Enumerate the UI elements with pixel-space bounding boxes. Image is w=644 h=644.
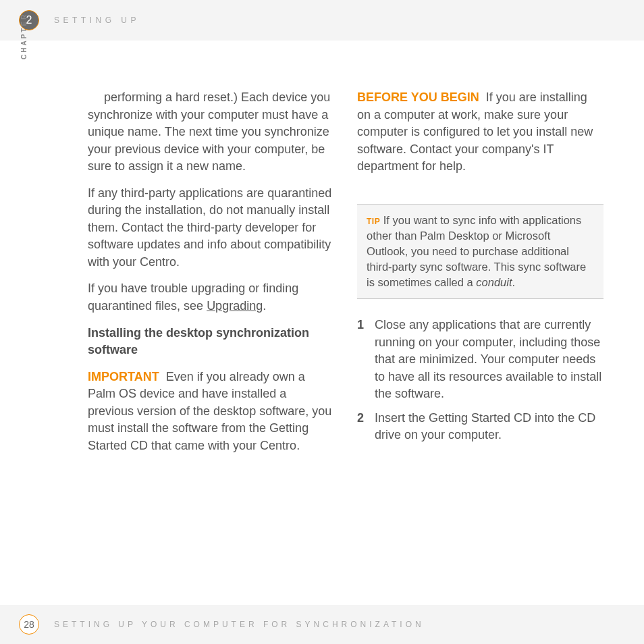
before-you-begin-paragraph: BEFORE YOU BEGIN If you are installing o… — [357, 89, 603, 176]
text: If you have trouble upgrading or finding… — [88, 281, 298, 313]
step-text: Insert the Getting Started CD into the C… — [375, 410, 603, 444]
text: . — [512, 276, 516, 288]
step-text: Close any applications that are currentl… — [375, 317, 603, 403]
tip-label: TIP — [367, 217, 380, 226]
chapter-vertical-label: CHAPTER — [20, 13, 28, 59]
text: . — [263, 299, 266, 313]
footer-title: SETTING UP YOUR COMPUTER FOR SYNCHRONIZA… — [54, 620, 425, 629]
list-item: 2 Insert the Getting Started CD into the… — [357, 410, 603, 444]
list-item: 1 Close any applications that are curren… — [357, 317, 603, 403]
page-footer: 28 SETTING UP YOUR COMPUTER FOR SYNCHRON… — [0, 605, 644, 644]
link-upgrading[interactable]: Upgrading — [207, 299, 263, 313]
paragraph: performing a hard reset.) Each device yo… — [88, 89, 334, 176]
tip-box: TIP If you want to sync info with applic… — [357, 204, 603, 299]
paragraph: If any third-party applications are quar… — [88, 185, 334, 271]
page-header: 2 SETTING UP — [0, 0, 644, 41]
column-left: performing a hard reset.) Each device yo… — [88, 89, 334, 464]
important-label: IMPORTANT — [88, 370, 159, 383]
text-italic: conduit — [476, 276, 512, 288]
page-number-badge: 28 — [19, 614, 39, 635]
important-paragraph: IMPORTANT Even if you already own a Palm… — [88, 369, 334, 455]
header-title: SETTING UP — [54, 16, 140, 25]
before-you-begin-label: BEFORE YOU BEGIN — [357, 90, 479, 104]
step-number: 1 — [357, 317, 375, 403]
column-right: BEFORE YOU BEGIN If you are installing o… — [357, 89, 603, 464]
steps-list: 1 Close any applications that are curren… — [357, 317, 603, 444]
step-number: 2 — [357, 410, 375, 444]
content-area: performing a hard reset.) Each device yo… — [88, 89, 603, 464]
paragraph: If you have trouble upgrading or finding… — [88, 280, 334, 315]
section-heading: Installing the desktop synchronization s… — [88, 325, 334, 359]
